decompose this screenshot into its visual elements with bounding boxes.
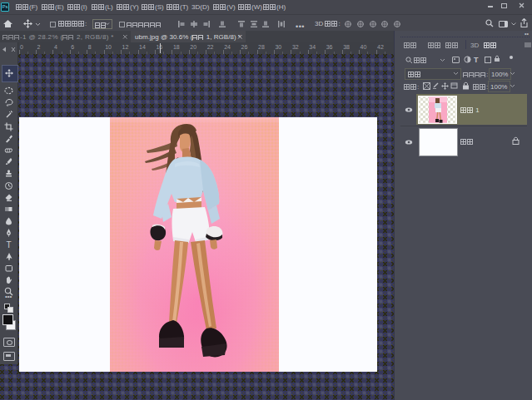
svg-text:T: T: [6, 240, 11, 249]
